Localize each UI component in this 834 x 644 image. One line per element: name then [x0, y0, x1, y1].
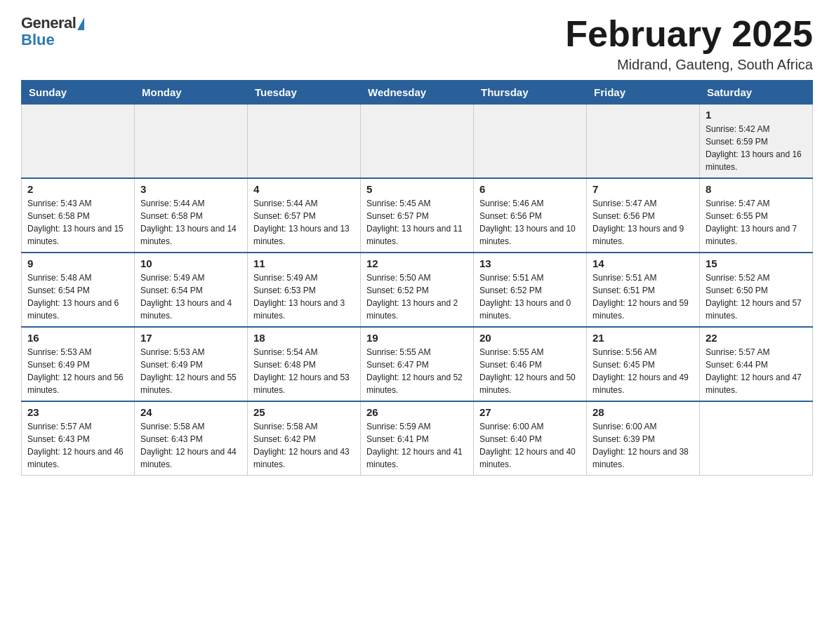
table-row: 9Sunrise: 5:48 AMSunset: 6:54 PMDaylight…: [22, 253, 135, 327]
day-number: 18: [253, 332, 355, 344]
table-row: 5Sunrise: 5:45 AMSunset: 6:57 PMDaylight…: [361, 178, 474, 253]
calendar-week-row: 23Sunrise: 5:57 AMSunset: 6:43 PMDayligh…: [22, 401, 813, 476]
table-row: 22Sunrise: 5:57 AMSunset: 6:44 PMDayligh…: [700, 327, 813, 401]
day-number: 14: [593, 257, 694, 269]
table-row: [22, 105, 135, 179]
table-row: 8Sunrise: 5:47 AMSunset: 6:55 PMDaylight…: [700, 178, 813, 253]
table-row: 3Sunrise: 5:44 AMSunset: 6:58 PMDaylight…: [135, 178, 248, 253]
day-info: Sunrise: 5:54 AMSunset: 6:48 PMDaylight:…: [253, 346, 355, 396]
calendar-week-row: 2Sunrise: 5:43 AMSunset: 6:58 PMDaylight…: [22, 178, 813, 253]
day-number: 22: [706, 332, 807, 344]
table-row: [587, 105, 700, 179]
day-info: Sunrise: 5:42 AMSunset: 6:59 PMDaylight:…: [706, 123, 807, 173]
day-info: Sunrise: 5:57 AMSunset: 6:43 PMDaylight:…: [27, 420, 128, 471]
table-row: 2Sunrise: 5:43 AMSunset: 6:58 PMDaylight…: [22, 178, 135, 253]
table-row: 25Sunrise: 5:58 AMSunset: 6:42 PMDayligh…: [248, 401, 361, 476]
day-number: 1: [706, 109, 807, 121]
table-row: 6Sunrise: 5:46 AMSunset: 6:56 PMDaylight…: [474, 178, 587, 253]
title-area: February 2025 Midrand, Gauteng, South Af…: [565, 14, 813, 73]
day-info: Sunrise: 6:00 AMSunset: 6:40 PMDaylight:…: [479, 420, 581, 471]
day-number: 8: [706, 183, 807, 195]
day-number: 26: [366, 406, 468, 418]
day-number: 2: [27, 183, 128, 195]
day-number: 24: [140, 406, 241, 418]
table-row: 28Sunrise: 6:00 AMSunset: 6:39 PMDayligh…: [587, 401, 700, 476]
col-thursday: Thursday: [474, 81, 587, 105]
day-info: Sunrise: 5:49 AMSunset: 6:54 PMDaylight:…: [140, 271, 241, 322]
table-row: 10Sunrise: 5:49 AMSunset: 6:54 PMDayligh…: [135, 253, 248, 327]
table-row: [700, 401, 813, 476]
day-info: Sunrise: 5:55 AMSunset: 6:47 PMDaylight:…: [366, 346, 468, 396]
day-number: 7: [593, 183, 694, 195]
day-info: Sunrise: 5:45 AMSunset: 6:57 PMDaylight:…: [366, 197, 468, 248]
day-number: 12: [366, 257, 468, 269]
table-row: 18Sunrise: 5:54 AMSunset: 6:48 PMDayligh…: [248, 327, 361, 401]
day-number: 19: [366, 332, 468, 344]
table-row: 24Sunrise: 5:58 AMSunset: 6:43 PMDayligh…: [135, 401, 248, 476]
day-number: 21: [593, 332, 694, 344]
logo-blue-text: Blue: [21, 31, 55, 49]
table-row: 7Sunrise: 5:47 AMSunset: 6:56 PMDaylight…: [587, 178, 700, 253]
day-number: 25: [253, 406, 355, 418]
day-info: Sunrise: 5:46 AMSunset: 6:56 PMDaylight:…: [479, 197, 581, 248]
calendar-week-row: 16Sunrise: 5:53 AMSunset: 6:49 PMDayligh…: [22, 327, 813, 401]
table-row: 4Sunrise: 5:44 AMSunset: 6:57 PMDaylight…: [248, 178, 361, 253]
day-info: Sunrise: 5:59 AMSunset: 6:41 PMDaylight:…: [366, 420, 468, 471]
day-info: Sunrise: 5:47 AMSunset: 6:56 PMDaylight:…: [593, 197, 694, 248]
col-tuesday: Tuesday: [248, 81, 361, 105]
calendar-table: Sunday Monday Tuesday Wednesday Thursday…: [21, 80, 813, 476]
day-number: 5: [366, 183, 468, 195]
day-number: 6: [479, 183, 581, 195]
day-number: 3: [140, 183, 241, 195]
day-info: Sunrise: 5:44 AMSunset: 6:58 PMDaylight:…: [140, 197, 241, 248]
location: Midrand, Gauteng, South Africa: [565, 57, 813, 73]
day-info: Sunrise: 5:58 AMSunset: 6:43 PMDaylight:…: [140, 420, 241, 471]
table-row: 12Sunrise: 5:50 AMSunset: 6:52 PMDayligh…: [361, 253, 474, 327]
calendar-week-row: 1Sunrise: 5:42 AMSunset: 6:59 PMDaylight…: [22, 105, 813, 179]
day-number: 28: [593, 406, 694, 418]
day-info: Sunrise: 5:49 AMSunset: 6:53 PMDaylight:…: [253, 271, 355, 322]
col-friday: Friday: [587, 81, 700, 105]
day-number: 4: [253, 183, 355, 195]
calendar-week-row: 9Sunrise: 5:48 AMSunset: 6:54 PMDaylight…: [22, 253, 813, 327]
col-wednesday: Wednesday: [361, 81, 474, 105]
day-number: 17: [140, 332, 241, 344]
logo-general-text: General: [21, 14, 76, 32]
table-row: 21Sunrise: 5:56 AMSunset: 6:45 PMDayligh…: [587, 327, 700, 401]
day-info: Sunrise: 5:53 AMSunset: 6:49 PMDaylight:…: [27, 346, 128, 396]
day-info: Sunrise: 5:58 AMSunset: 6:42 PMDaylight:…: [253, 420, 355, 471]
month-title: February 2025: [565, 14, 813, 54]
table-row: [361, 105, 474, 179]
col-monday: Monday: [135, 81, 248, 105]
table-row: 16Sunrise: 5:53 AMSunset: 6:49 PMDayligh…: [22, 327, 135, 401]
table-row: 17Sunrise: 5:53 AMSunset: 6:49 PMDayligh…: [135, 327, 248, 401]
page-header: General Blue February 2025 Midrand, Gaut…: [21, 14, 813, 73]
table-row: 23Sunrise: 5:57 AMSunset: 6:43 PMDayligh…: [22, 401, 135, 476]
day-number: 27: [479, 406, 581, 418]
day-number: 10: [140, 257, 241, 269]
day-info: Sunrise: 5:51 AMSunset: 6:51 PMDaylight:…: [593, 271, 694, 322]
table-row: 11Sunrise: 5:49 AMSunset: 6:53 PMDayligh…: [248, 253, 361, 327]
day-info: Sunrise: 5:52 AMSunset: 6:50 PMDaylight:…: [706, 271, 807, 322]
day-number: 9: [27, 257, 128, 269]
day-info: Sunrise: 5:47 AMSunset: 6:55 PMDaylight:…: [706, 197, 807, 248]
table-row: [135, 105, 248, 179]
table-row: [248, 105, 361, 179]
table-row: 1Sunrise: 5:42 AMSunset: 6:59 PMDaylight…: [700, 105, 813, 179]
table-row: 20Sunrise: 5:55 AMSunset: 6:46 PMDayligh…: [474, 327, 587, 401]
day-info: Sunrise: 5:56 AMSunset: 6:45 PMDaylight:…: [593, 346, 694, 396]
table-row: 19Sunrise: 5:55 AMSunset: 6:47 PMDayligh…: [361, 327, 474, 401]
day-number: 13: [479, 257, 581, 269]
col-saturday: Saturday: [700, 81, 813, 105]
table-row: 27Sunrise: 6:00 AMSunset: 6:40 PMDayligh…: [474, 401, 587, 476]
col-sunday: Sunday: [22, 81, 135, 105]
day-info: Sunrise: 5:50 AMSunset: 6:52 PMDaylight:…: [366, 271, 468, 322]
calendar-header-row: Sunday Monday Tuesday Wednesday Thursday…: [22, 81, 813, 105]
day-info: Sunrise: 5:48 AMSunset: 6:54 PMDaylight:…: [27, 271, 128, 322]
day-info: Sunrise: 5:43 AMSunset: 6:58 PMDaylight:…: [27, 197, 128, 248]
day-info: Sunrise: 5:44 AMSunset: 6:57 PMDaylight:…: [253, 197, 355, 248]
logo: General Blue: [21, 14, 84, 49]
table-row: 15Sunrise: 5:52 AMSunset: 6:50 PMDayligh…: [700, 253, 813, 327]
table-row: 14Sunrise: 5:51 AMSunset: 6:51 PMDayligh…: [587, 253, 700, 327]
day-number: 23: [27, 406, 128, 418]
